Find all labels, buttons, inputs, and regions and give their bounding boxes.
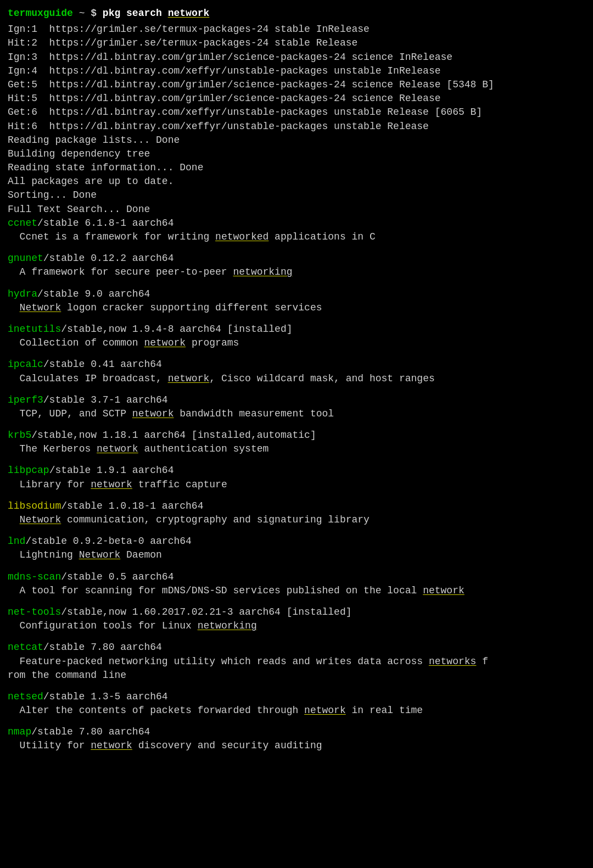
pkg-desc-cont: rom the command line: [8, 669, 585, 682]
pkg-desc: TCP, UDP, and SCTP network bandwidth mea…: [8, 407, 585, 421]
pkg-header: gnunet/stable 0.12.2 aarch64: [8, 252, 585, 265]
pkg-desc: A framework for secure peer-to-peer netw…: [8, 265, 585, 279]
pkg-name: gnunet: [8, 253, 43, 264]
pkg-desc: Library for network traffic capture: [8, 478, 585, 492]
package-krb5: krb5/stable,now 1.18.1 aarch64 [installe…: [8, 429, 585, 456]
package-netsed: netsed/stable 1.3-5 aarch64 Alter the co…: [8, 690, 585, 717]
keyword-network: network: [168, 373, 210, 384]
output-line: Reading state information... Done: [8, 161, 585, 175]
keyword-network: network: [91, 479, 132, 490]
package-results: ccnet/stable 6.1.8-1 aarch64 Ccnet is a …: [8, 216, 585, 753]
package-net-tools: net-tools/stable,now 1.60.2017.02.21-3 a…: [8, 605, 585, 633]
pkg-header: netsed/stable 1.3-5 aarch64: [8, 690, 585, 704]
pkg-desc: The Kerberos network authentication syst…: [8, 442, 585, 456]
output-line: Hit:5 https://dl.bintray.com/grimler/sci…: [8, 92, 585, 105]
pkg-desc: Network logon cracker supporting differe…: [8, 301, 585, 315]
package-netcat: netcat/stable 7.80 aarch64 Feature-packe…: [8, 641, 585, 682]
pkg-name: net-tools: [8, 607, 61, 617]
package-mdns-scan: mdns-scan/stable 0.5 aarch64 A tool for …: [8, 570, 585, 598]
prompt-line: termuxguide ~ $ pkg search network: [8, 7, 585, 20]
pkg-name: iperf3: [8, 394, 43, 405]
output-line: Building dependency tree: [8, 147, 585, 161]
output-line: Sorting... Done: [8, 188, 585, 202]
package-libsodium: libsodium/stable 1.0.18-1 aarch64 Networ…: [8, 499, 585, 527]
package-libpcap: libpcap/stable 1.9.1 aarch64 Library for…: [8, 464, 585, 491]
pkg-header: nmap/stable 7.80 aarch64: [8, 725, 585, 739]
pkg-name: inetutils: [8, 324, 61, 335]
pkg-name: krb5: [8, 430, 31, 441]
pkg-name: lnd: [8, 536, 25, 547]
keyword-networking: networking: [198, 620, 257, 631]
pkg-header: hydra/stable 9.0 aarch64: [8, 287, 585, 301]
keyword-network: Network: [20, 302, 61, 313]
prompt-command: pkg search: [103, 8, 162, 19]
output-line: Ign:1 https://grimler.se/termux-packages…: [8, 23, 585, 36]
pkg-desc: Network communication, cryptography and …: [8, 513, 585, 527]
package-hydra: hydra/stable 9.0 aarch64 Network logon c…: [8, 287, 585, 315]
pkg-desc: Calculates IP broadcast, network, Cisco …: [8, 372, 585, 386]
pkg-desc: Lightning Network Daemon: [8, 548, 585, 562]
keyword-network: network: [97, 443, 138, 454]
package-lnd: lnd/stable 0.9.2-beta-0 aarch64 Lightnin…: [8, 535, 585, 562]
pkg-desc: Configuration tools for Linux networking: [8, 619, 585, 633]
keyword-network: network: [304, 705, 346, 716]
package-ipcalc: ipcalc/stable 0.41 aarch64 Calculates IP…: [8, 358, 585, 385]
keyword-network: network: [423, 585, 465, 596]
keyword-network: Network: [20, 514, 61, 525]
package-inetutils: inetutils/stable,now 1.9.4-8 aarch64 [in…: [8, 322, 585, 350]
terminal-window: termuxguide ~ $ pkg search network Ign:1…: [8, 7, 585, 753]
pkg-header: krb5/stable,now 1.18.1 aarch64 [installe…: [8, 429, 585, 442]
keyword-network: Network: [79, 549, 121, 560]
output-line: Reading package lists... Done: [8, 133, 585, 147]
output-line: Ign:3 https://dl.bintray.com/grimler/sci…: [8, 51, 585, 64]
output-line: Get:5 https://dl.bintray.com/grimler/sci…: [8, 78, 585, 92]
pkg-header: iperf3/stable 3.7-1 aarch64: [8, 393, 585, 407]
output-line: Get:6 https://dl.bintray.com/xeffyr/unst…: [8, 105, 585, 119]
keyword-network: network: [132, 408, 174, 419]
pkg-desc: Ccnet is a framework for writing network…: [8, 230, 585, 244]
pkg-header: libpcap/stable 1.9.1 aarch64: [8, 464, 585, 477]
pkg-name: nmap: [8, 726, 31, 737]
pkg-desc: Alter the contents of packets forwarded …: [8, 704, 585, 717]
package-nmap: nmap/stable 7.80 aarch64 Utility for net…: [8, 725, 585, 753]
keyword-networking: networking: [233, 266, 292, 277]
output-line: All packages are up to date.: [8, 175, 585, 188]
pkg-desc: Feature-packed networking utility which …: [8, 655, 585, 669]
pkg-desc: Collection of common network programs: [8, 336, 585, 350]
output-section: Ign:1 https://grimler.se/termux-packages…: [8, 23, 585, 216]
pkg-name: hydra: [8, 288, 37, 299]
keyword-network: network: [144, 337, 186, 348]
output-line: Hit:2 https://grimler.se/termux-packages…: [8, 36, 585, 50]
prompt-dollar: $: [91, 8, 97, 19]
keyword-networked: networked: [215, 231, 268, 242]
pkg-name: mdns-scan: [8, 571, 61, 582]
pkg-name: netcat: [8, 642, 43, 653]
pkg-name: libpcap: [8, 465, 49, 476]
pkg-desc: Utility for network discovery and securi…: [8, 739, 585, 753]
pkg-header: inetutils/stable,now 1.9.4-8 aarch64 [in…: [8, 322, 585, 336]
pkg-header: lnd/stable 0.9.2-beta-0 aarch64: [8, 535, 585, 548]
pkg-name: libsodium: [8, 500, 61, 511]
keyword-network: network: [91, 740, 132, 751]
keyword-networks: networks: [429, 656, 476, 667]
pkg-desc: A tool for scanning for mDNS/DNS-SD serv…: [8, 584, 585, 598]
pkg-name: ccnet: [8, 218, 37, 229]
pkg-header: net-tools/stable,now 1.60.2017.02.21-3 a…: [8, 605, 585, 619]
output-line: Ign:4 https://dl.bintray.com/xeffyr/unst…: [8, 64, 585, 78]
package-ccnet: ccnet/stable 6.1.8-1 aarch64 Ccnet is a …: [8, 216, 585, 244]
package-iperf3: iperf3/stable 3.7-1 aarch64 TCP, UDP, an…: [8, 393, 585, 421]
pkg-header: mdns-scan/stable 0.5 aarch64: [8, 570, 585, 584]
prompt-username: termuxguide: [8, 8, 73, 19]
output-line: Hit:6 https://dl.bintray.com/xeffyr/unst…: [8, 120, 585, 133]
package-gnunet: gnunet/stable 0.12.2 aarch64 A framework…: [8, 252, 585, 279]
pkg-name: ipcalc: [8, 359, 43, 370]
output-line: Full Text Search... Done: [8, 203, 585, 216]
pkg-header: ipcalc/stable 0.41 aarch64: [8, 358, 585, 371]
pkg-header: ccnet/stable 6.1.8-1 aarch64: [8, 216, 585, 230]
prompt-argument: network: [168, 8, 210, 19]
pkg-name: netsed: [8, 691, 43, 702]
pkg-header: netcat/stable 7.80 aarch64: [8, 641, 585, 654]
pkg-header: libsodium/stable 1.0.18-1 aarch64: [8, 499, 585, 513]
prompt-separator: ~: [73, 8, 91, 19]
